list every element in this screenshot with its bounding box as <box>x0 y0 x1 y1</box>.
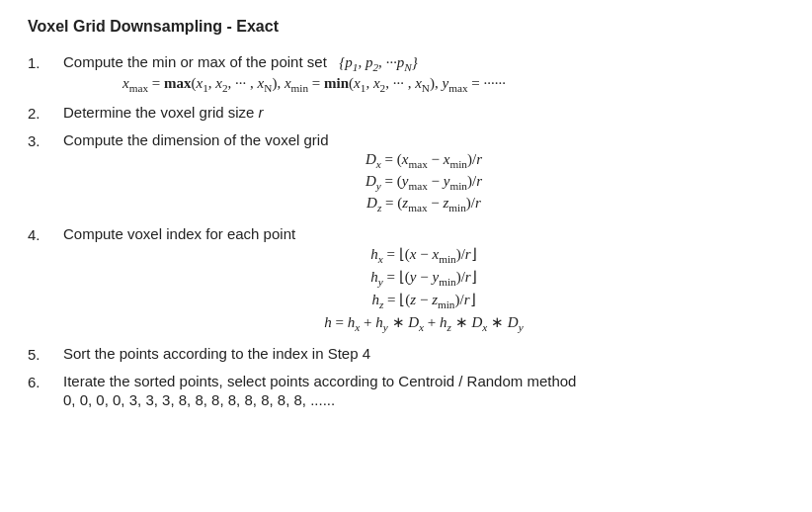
step-1-formula: xmax = max(x1, x2, ··· , xN), xmin = min… <box>63 75 784 94</box>
step-6-number: 6. <box>28 373 63 390</box>
step-5: 5. Sort the points according to the inde… <box>28 345 784 363</box>
step-4-formula-hx: hx = ⌊(x − xmin)/r⌋ <box>63 245 784 265</box>
step-2-content: Determine the voxel grid size r <box>63 104 784 121</box>
step-6: 6. Iterate the sorted points, select poi… <box>28 373 784 408</box>
step-4: 4. Compute voxel index for each point hx… <box>28 225 784 335</box>
step-3-content: Compute the dimension of the voxel grid … <box>63 131 784 215</box>
step-4-formula-h: h = hx + hy ∗ Dx + hz ∗ Dx ∗ Dy <box>63 313 784 333</box>
step-3-formulas: Dx = (xmax − xmin)/r Dy = (ymax − ymin)/… <box>63 151 784 213</box>
step-4-formulas: hx = ⌊(x − xmin)/r⌋ hy = ⌊(y − ymin)/r⌋ … <box>63 245 784 333</box>
step-4-content: Compute voxel index for each point hx = … <box>63 225 784 335</box>
step-4-formula-hz: hz = ⌊(z − zmin)/r⌋ <box>63 291 784 310</box>
step-3: 3. Compute the dimension of the voxel gr… <box>28 131 784 215</box>
step-3-number: 3. <box>28 131 63 149</box>
step-1-number: 1. <box>28 53 63 71</box>
step-4-formula-hy: hy = ⌊(y − ymin)/r⌋ <box>63 268 784 288</box>
step-3-formula-dy: Dy = (ymax − ymin)/r <box>63 173 784 192</box>
step-2: 2. Determine the voxel grid size r <box>28 104 784 122</box>
step-6-note: 0, 0, 0, 0, 3, 3, 3, 8, 8, 8, 8, 8, 8, 8… <box>63 391 784 408</box>
step-1-content: Compute the min or max of the point set … <box>63 53 784 94</box>
step-2-number: 2. <box>28 104 63 122</box>
page-title: Voxel Grid Downsampling - Exact <box>28 18 784 36</box>
step-5-content: Sort the points according to the index i… <box>63 345 784 362</box>
step-1-set: {p1, p2, ···pN} <box>339 54 418 70</box>
step-6-content: Iterate the sorted points, select points… <box>63 373 784 408</box>
step-3-formula-dz: Dz = (zmax − zmin)/r <box>63 195 784 213</box>
step-5-number: 5. <box>28 345 63 363</box>
step-1: 1. Compute the min or max of the point s… <box>28 53 784 94</box>
step-4-number: 4. <box>28 225 63 243</box>
step-3-formula-dx: Dx = (xmax − xmin)/r <box>63 151 784 170</box>
step-list: 1. Compute the min or max of the point s… <box>28 53 784 408</box>
